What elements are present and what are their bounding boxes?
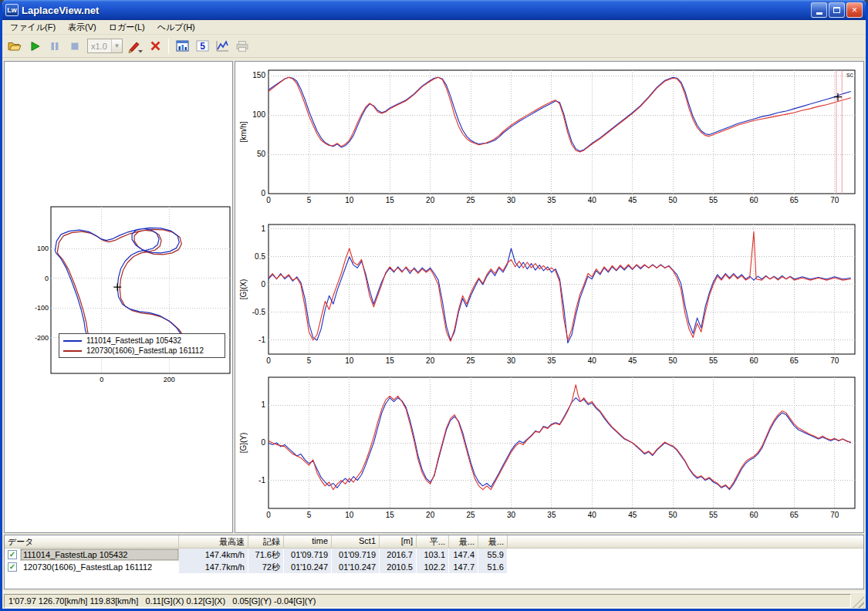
toolbar: x1.0 ▼ 5 (2, 35, 866, 58)
lap1-checkbox[interactable]: ✓ (8, 550, 17, 559)
close-button[interactable]: × (846, 2, 863, 18)
pen-button[interactable] (125, 37, 145, 56)
svg-text:65: 65 (790, 511, 799, 519)
col-header-record[interactable]: 記録 (248, 535, 284, 549)
printer-icon (235, 40, 249, 52)
pen-icon (127, 39, 143, 53)
speed-chart[interactable]: 0501001500510152025303540455055606570sc[… (238, 66, 861, 207)
col-header-time[interactable]: time (284, 535, 332, 549)
svg-text:70: 70 (830, 511, 839, 519)
lap2-record: 72秒 (248, 561, 284, 573)
minimize-button[interactable] (811, 2, 827, 18)
svg-text:55: 55 (709, 511, 718, 519)
svg-text:45: 45 (628, 196, 637, 204)
gy-chart[interactable]: -1010510152025303540455055606570[G](Y) (238, 373, 861, 522)
legend-lap2-label: 120730(1606)_FastestLap 161112 (86, 346, 204, 355)
col-header-m[interactable]: [m] (380, 535, 417, 549)
svg-text:-1: -1 (258, 336, 265, 344)
titlebar[interactable]: Lw LaplaceView.net × (2, 0, 866, 20)
maximize-button[interactable] (829, 2, 845, 18)
zoom-value: x1.0 (88, 42, 111, 51)
svg-text:10: 10 (345, 196, 354, 204)
svg-text:40: 40 (588, 196, 597, 204)
delete-x-icon (150, 40, 161, 52)
window-title: LaplaceView.net (22, 5, 811, 16)
resize-grip[interactable] (853, 596, 864, 608)
legend-lap2: 120730(1606)_FastestLap 161112 (63, 346, 221, 356)
svg-text:30: 30 (507, 511, 516, 519)
play-button[interactable] (25, 37, 45, 56)
delete-button[interactable] (145, 37, 165, 56)
svg-text:0: 0 (261, 280, 265, 289)
menu-view[interactable]: 表示(V) (62, 20, 103, 35)
menu-logger[interactable]: ロガー(L) (103, 20, 151, 35)
svg-text:100: 100 (37, 245, 49, 252)
col-header-max1[interactable]: 最... (449, 535, 478, 549)
svg-text:20: 20 (426, 196, 435, 204)
svg-text:5: 5 (307, 511, 312, 519)
report-button[interactable] (172, 37, 192, 56)
svg-text:20: 20 (426, 511, 435, 519)
svg-text:60: 60 (749, 356, 758, 365)
charts-panel: 0501001500510152025303540455055606570sc[… (235, 61, 864, 533)
svg-text:1: 1 (261, 400, 265, 409)
play-icon (29, 40, 41, 52)
svg-text:5: 5 (307, 196, 312, 204)
lap2-avg: 102.2 (417, 561, 449, 573)
table-header-row: データ 最高速 記録 time Sct1 [m] 平... 最... 最... (5, 535, 863, 549)
overlay-5-button[interactable]: 5 (192, 37, 212, 56)
col-header-data[interactable]: データ (5, 535, 179, 549)
menu-file[interactable]: ファイル(F) (4, 20, 62, 35)
svg-text:45: 45 (628, 356, 637, 365)
lap1-record: 71.6秒 (248, 549, 284, 561)
col-header-sct1[interactable]: Sct1 (332, 535, 380, 549)
lap2-checkbox[interactable]: ✓ (8, 562, 17, 572)
col-header-max2[interactable]: 最... (478, 535, 508, 549)
svg-text:65: 65 (790, 196, 799, 204)
open-button[interactable] (5, 37, 25, 56)
lap1-time: 01'09.719 (284, 549, 332, 561)
lap1-topspeed: 147.4km/h (179, 549, 248, 561)
lap1-max2: 55.9 (478, 549, 508, 561)
zoom-select[interactable]: x1.0 ▼ (87, 39, 123, 53)
pause-button[interactable] (45, 37, 65, 56)
svg-text:5: 5 (200, 41, 205, 52)
svg-text:65: 65 (790, 356, 799, 365)
svg-text:0: 0 (266, 196, 271, 204)
track-map-plot[interactable]: -200-10001000200 (25, 204, 231, 386)
col-header-filler (508, 535, 863, 549)
five-icon: 5 (196, 40, 209, 52)
legend-lap1: 111014_FastestLap 105432 (63, 336, 221, 346)
svg-text:60: 60 (749, 196, 758, 204)
col-header-avg[interactable]: 平... (417, 535, 449, 549)
col-header-topspeed[interactable]: 最高速 (179, 535, 248, 549)
svg-text:100: 100 (252, 110, 265, 119)
gx-chart[interactable]: -1-0.500.510510152025303540455055606570[… (238, 221, 861, 367)
svg-text:[G](Y): [G](Y) (239, 433, 248, 454)
svg-text:70: 70 (830, 356, 839, 365)
svg-text:-100: -100 (35, 304, 49, 312)
stop-button[interactable] (65, 37, 85, 56)
svg-text:0: 0 (266, 511, 271, 519)
print-button[interactable] (232, 37, 252, 56)
table-row[interactable]: ✓ 111014_FastestLap 105432 147.4km/h 71.… (5, 549, 863, 561)
chevron-down-icon[interactable]: ▼ (111, 39, 122, 52)
lap2-distance: 2010.5 (380, 561, 417, 573)
graph-button[interactable] (212, 37, 232, 56)
track-map: -200-10001000200 111014_FastestLap 10543… (25, 204, 231, 386)
lap2-name: 120730(1606)_FastestLap 161112 (20, 561, 179, 573)
svg-text:1: 1 (261, 224, 265, 233)
svg-text:25: 25 (467, 196, 476, 204)
lap2-sct1: 01'10.247 (332, 561, 380, 573)
lap2-max1: 147.7 (449, 561, 478, 573)
lap1-name: 111014_FastestLap 105432 (20, 549, 179, 561)
svg-text:0: 0 (266, 356, 271, 365)
svg-text:35: 35 (547, 511, 556, 519)
cursor-readout: 1'07.97 126.70[km/h] 119.83[km/h] 0.11[G… (4, 594, 851, 608)
statusbar: 1'07.97 126.70[km/h] 119.83[km/h] 0.11[G… (2, 592, 866, 609)
svg-text:70: 70 (830, 196, 839, 204)
table-row[interactable]: ✓ 120730(1606)_FastestLap 161112 147.7km… (5, 561, 863, 573)
lap2-max2: 51.6 (478, 561, 508, 573)
menu-help[interactable]: ヘルプ(H) (151, 20, 201, 35)
report-chart-icon (176, 40, 189, 52)
